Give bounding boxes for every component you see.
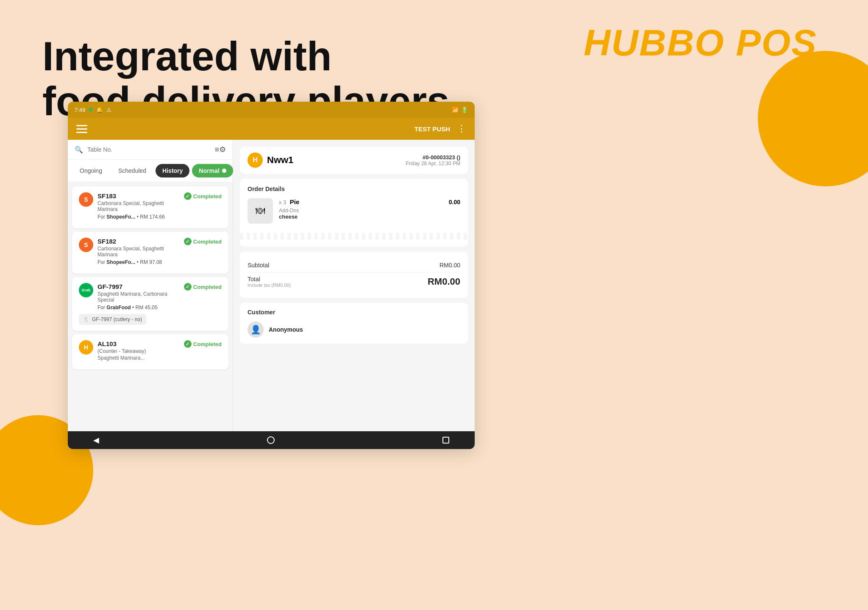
right-panel: H Nww1 #0-00003323 () Friday 28 Apr, 12:…	[233, 140, 475, 431]
totals-section: Subtotal RM0.00 Total Include tax (RM0.0…	[240, 252, 468, 298]
order-card-header: S SF183 Carbonara Special, Spaghetti Mar…	[79, 192, 222, 220]
cutlery-note: 🍴 GF-7997 (cutlery - no)	[79, 314, 146, 325]
order-left: S SF183 Carbonara Special, Spaghetti Mar…	[79, 192, 184, 220]
tab-bar: Ongoing Scheduled History Normal	[68, 160, 233, 182]
status-dot	[89, 108, 93, 112]
completed-text: Completed	[193, 193, 222, 200]
recents-button[interactable]	[442, 437, 449, 444]
item-name-row: x 3 Pie 0.00	[279, 198, 460, 206]
battery-icon: 🔋	[461, 107, 468, 113]
status-time: 7:49	[75, 107, 85, 113]
avatar-icon: 👤	[250, 324, 261, 335]
item-addon-label: Add-Ons	[279, 208, 460, 214]
item-addon-value: cheese	[279, 214, 460, 220]
total-sublabel: Include tax (RM0.00)	[248, 283, 291, 288]
order-left-gf7997: Grab GF-7997 Spaghetti Marinara, Carbona…	[79, 283, 184, 311]
main-content: 🔍 ≡⚙ Ongoing Scheduled History Normal	[68, 140, 475, 431]
order-left-sf182: S SF182 Carbonara Special, Spaghetti Mar…	[79, 238, 184, 265]
top-bar-right: TEST PUSH ⋮	[415, 123, 466, 134]
customer-title: Customer	[248, 309, 460, 316]
check-icon: ✓	[184, 192, 192, 200]
status-bar-left: 7:49 🔔 ⚠	[75, 107, 111, 113]
hamburger-line1	[76, 125, 87, 126]
check-icon-sf182: ✓	[184, 238, 192, 245]
order-details-title: Order Details	[248, 186, 460, 192]
status-bar: 7:49 🔔 ⚠ 📶 🔋	[68, 102, 475, 118]
check-icon-al103: ✓	[184, 340, 192, 348]
more-options-icon[interactable]: ⋮	[457, 123, 466, 134]
tab-normal-label: Normal	[199, 167, 219, 174]
item-qty: x 3	[279, 199, 286, 205]
order-items-al103: Spaghetti Marinara...	[97, 355, 146, 361]
order-card-header-gf7997: Grab GF-7997 Spaghetti Marinara, Carbona…	[79, 283, 222, 311]
item-name: Pie	[290, 198, 300, 205]
order-items-sf183: Carbonara Special, Spaghetti Marinara	[97, 200, 184, 212]
completed-text-sf182: Completed	[193, 238, 222, 245]
order-card-gf7997[interactable]: Grab GF-7997 Spaghetti Marinara, Carbona…	[72, 277, 228, 331]
shopee-icon-sf182: S	[79, 238, 93, 252]
tab-ongoing[interactable]: Ongoing	[73, 164, 109, 177]
order-info-sf183: SF183 Carbonara Special, Spaghetti Marin…	[97, 192, 184, 220]
completed-badge-gf7997: ✓ Completed	[184, 283, 222, 291]
hubbo-icon-al103: H	[79, 340, 93, 355]
cutlery-icon: 🍴	[83, 316, 89, 322]
order-card-sf182[interactable]: S SF182 Carbonara Special, Spaghetti Mar…	[72, 232, 228, 274]
total-label-group: Total Include tax (RM0.00)	[248, 276, 291, 288]
item-price: 0.00	[449, 199, 460, 205]
status-bar-right: 📶 🔋	[452, 107, 468, 113]
order-card-header-sf182: S SF182 Carbonara Special, Spaghetti Mar…	[79, 238, 222, 265]
bottom-nav: ◀	[68, 431, 475, 449]
total-row: Total Include tax (RM0.00) RM0.00	[248, 272, 460, 291]
app-logo: HUBBO POS	[584, 21, 817, 64]
subtotal-value: RM0.00	[440, 262, 460, 269]
status-alert: ⚠	[106, 107, 111, 113]
order-details-card: Order Details 🍽 x 3 Pie 0.00 Ad	[240, 179, 468, 247]
order-info-al103: AL103 (Counter - Takeaway) Spaghetti Mar…	[97, 340, 146, 361]
hamburger-line3	[76, 132, 87, 133]
hamburger-line2	[76, 128, 87, 130]
search-bar: 🔍 ≡⚙	[68, 140, 233, 160]
home-button[interactable]	[267, 436, 275, 444]
subtotal-row: Subtotal RM0.00	[248, 258, 460, 272]
status-bell: 🔔	[96, 107, 103, 113]
device-frame: 7:49 🔔 ⚠ 📶 🔋 TEST PUSH ⋮ 🔍	[68, 102, 475, 449]
customer-row: 👤 Anonymous	[248, 322, 460, 338]
order-id-info: #0-00003323 () Friday 28 Apr, 12:30 PM	[406, 154, 460, 166]
left-panel: 🔍 ≡⚙ Ongoing Scheduled History Normal	[68, 140, 233, 431]
search-input[interactable]	[87, 146, 210, 153]
order-card-header-al103: H AL103 (Counter - Takeaway) Spaghetti M…	[79, 340, 222, 361]
hamburger-menu[interactable]	[76, 125, 87, 133]
headline-line1: Integrated with	[42, 33, 332, 79]
completed-badge-al103: ✓ Completed	[184, 340, 222, 348]
filter-icon[interactable]: ≡⚙	[214, 145, 226, 154]
cutlery-text: GF-7997 (cutlery - no)	[92, 316, 142, 322]
order-items-sf182: Carbonara Special, Spaghetti Marinara	[97, 246, 184, 258]
order-subtitle-al103: (Counter - Takeaway)	[97, 348, 146, 354]
total-value-large: RM0.00	[428, 276, 460, 287]
order-id-sf182: SF182	[97, 238, 184, 245]
order-meta-sf183: For ShopeeFo... • RM 174.66	[97, 214, 184, 220]
back-button[interactable]: ◀	[93, 435, 99, 445]
completed-badge-sf183: ✓ Completed	[184, 192, 222, 200]
normal-indicator	[222, 169, 226, 173]
completed-text-al103: Completed	[193, 341, 222, 347]
subtotal-label: Subtotal	[248, 262, 269, 269]
search-icon: 🔍	[75, 146, 83, 154]
order-id-gf7997: GF-7997	[97, 283, 184, 290]
check-icon-gf7997: ✓	[184, 283, 192, 291]
customer-section: Customer 👤 Anonymous	[240, 303, 468, 344]
order-left-al103: H AL103 (Counter - Takeaway) Spaghetti M…	[79, 340, 146, 361]
order-list: S SF183 Carbonara Special, Spaghetti Mar…	[68, 182, 233, 431]
order-card-sf183[interactable]: S SF183 Carbonara Special, Spaghetti Mar…	[72, 186, 228, 228]
tab-normal[interactable]: Normal	[192, 164, 233, 177]
tab-history[interactable]: History	[156, 164, 189, 177]
wavy-separator	[240, 233, 468, 240]
order-icon: H	[248, 152, 263, 168]
order-title: Nww1	[267, 155, 293, 166]
tab-scheduled[interactable]: Scheduled	[111, 164, 153, 177]
top-bar: TEST PUSH ⋮	[68, 118, 475, 140]
order-id-al103: AL103	[97, 340, 146, 347]
order-card-al103[interactable]: H AL103 (Counter - Takeaway) Spaghetti M…	[72, 334, 228, 369]
order-items-gf7997: Spaghetti Marinara, Carbonara Special	[97, 291, 184, 303]
item-thumbnail: 🍽	[248, 198, 273, 224]
